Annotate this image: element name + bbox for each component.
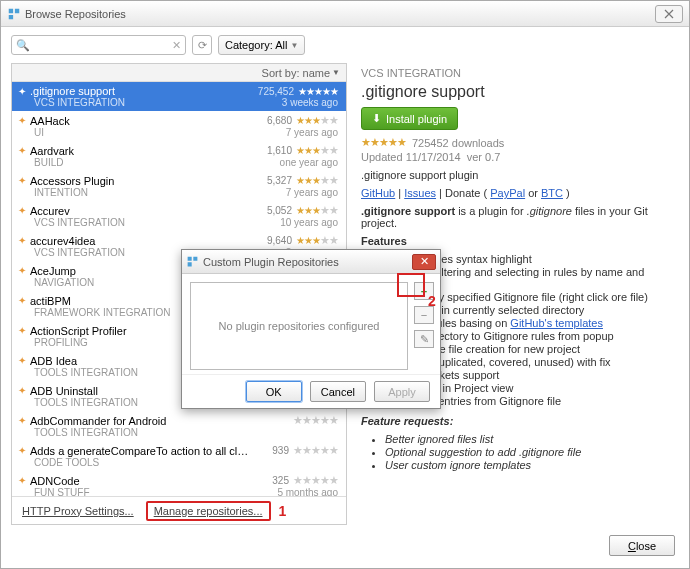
feature-request-item: User custom ignore templates bbox=[385, 459, 675, 471]
plugin-icon: ✦ bbox=[18, 86, 26, 97]
toolbar: 🔍 ✕ ⟳ Category: All ▼ bbox=[1, 27, 689, 59]
install-label: Install plugin bbox=[386, 113, 447, 125]
category-dropdown[interactable]: Category: All ▼ bbox=[218, 35, 305, 55]
intro-line: .gitignore support is a plugin for .giti… bbox=[361, 205, 675, 229]
paypal-link[interactable]: PayPal bbox=[490, 187, 525, 199]
plugin-row[interactable]: ✦AAHack6,680★★★★★UI7 years ago bbox=[12, 111, 346, 141]
detail-title: .gitignore support bbox=[361, 83, 675, 101]
cancel-button[interactable]: Cancel bbox=[310, 381, 366, 402]
plugin-stars: ★★★★★ bbox=[296, 204, 338, 217]
feature-request-item: Better ignored files list bbox=[385, 433, 675, 445]
annotation-1: 1 bbox=[279, 503, 287, 519]
http-proxy-button[interactable]: HTTP Proxy Settings... bbox=[18, 503, 138, 519]
sort-label: Sort by: name bbox=[262, 67, 330, 79]
plugin-downloads: 325 bbox=[249, 475, 289, 486]
plugin-stars: ★★★★★ bbox=[296, 174, 338, 187]
search-field[interactable]: 🔍 ✕ bbox=[11, 35, 186, 55]
plugin-age: one year ago bbox=[280, 157, 338, 168]
plugin-row[interactable]: ✦Aardvark1,610★★★★★BUILDone year ago bbox=[12, 141, 346, 171]
updated-date: Updated 11/17/2014 bbox=[361, 151, 461, 163]
issues-link[interactable]: Issues bbox=[404, 187, 436, 199]
plugin-icon: ✦ bbox=[18, 415, 26, 426]
category-label: Category: All bbox=[225, 39, 287, 51]
empty-text: No plugin repositories configured bbox=[219, 320, 380, 332]
plugin-name: Accessors Plugin bbox=[30, 175, 252, 187]
search-input[interactable] bbox=[30, 39, 172, 51]
plugin-downloads: 9,640 bbox=[252, 235, 292, 246]
plugin-icon: ✦ bbox=[18, 295, 26, 306]
plugin-category: TOOLS INTEGRATION bbox=[34, 427, 338, 438]
feature-requests-heading: Feature requests: bbox=[361, 415, 675, 427]
github-link[interactable]: GitHub bbox=[361, 187, 395, 199]
plugin-icon: ✦ bbox=[18, 265, 26, 276]
annotation-rect-2 bbox=[397, 273, 425, 297]
plugin-name: accurev4idea bbox=[30, 235, 252, 247]
annotation-2: 2 bbox=[428, 293, 436, 309]
plugin-downloads: 725,452 bbox=[254, 86, 294, 97]
plugin-icon: ✦ bbox=[18, 385, 26, 396]
app-logo-icon bbox=[7, 7, 21, 21]
close-button[interactable]: Close bbox=[609, 535, 675, 556]
plugin-row[interactable]: ✦Accessors Plugin5,327★★★★★INTENTION7 ye… bbox=[12, 171, 346, 201]
sort-arrow-icon: ▼ bbox=[332, 68, 340, 77]
plugin-stars: ★★★★★ bbox=[293, 414, 338, 427]
clear-icon[interactable]: ✕ bbox=[172, 39, 181, 52]
plugin-name: AdbCommander for Android bbox=[30, 415, 249, 427]
plugin-icon: ✦ bbox=[18, 175, 26, 186]
links-line: GitHub | Issues | Donate ( PayPal or BTC… bbox=[361, 187, 675, 199]
titlebar: Browse Repositories bbox=[1, 1, 689, 27]
gh-templates-link[interactable]: GitHub's templates bbox=[510, 317, 603, 329]
version: ver 0.7 bbox=[467, 151, 501, 163]
btc-link[interactable]: BTC bbox=[541, 187, 563, 199]
plugin-row[interactable]: ✦.gitignore support725,452★★★★★VCS INTEG… bbox=[12, 82, 346, 111]
plugin-icon: ✦ bbox=[18, 355, 26, 366]
sort-bar[interactable]: Sort by: name ▼ bbox=[12, 64, 346, 82]
apply-button[interactable]: Apply bbox=[374, 381, 430, 402]
dialog-footer: Close bbox=[609, 535, 675, 556]
detail-category: VCS INTEGRATION bbox=[361, 67, 675, 79]
reload-button[interactable]: ⟳ bbox=[192, 35, 212, 55]
dialog-titlebar: Custom Plugin Repositories ✕ bbox=[182, 250, 440, 274]
download-count: 725452 downloads bbox=[412, 137, 504, 149]
plugin-icon: ✦ bbox=[18, 325, 26, 336]
plugin-age: 10 years ago bbox=[280, 217, 338, 228]
plugin-name: Aardvark bbox=[30, 145, 252, 157]
chevron-down-icon: ▼ bbox=[290, 41, 298, 50]
plugin-name: AAHack bbox=[30, 115, 252, 127]
plugin-category: FUN STUFF bbox=[34, 487, 277, 496]
plugin-age: 7 years ago bbox=[286, 127, 338, 138]
dialog-close-button[interactable]: ✕ bbox=[412, 254, 436, 270]
plugin-row[interactable]: ✦ADNCode325★★★★★FUN STUFF5 months ago bbox=[12, 471, 346, 496]
rating-stars: ★★★★★ bbox=[361, 136, 406, 149]
plugin-downloads: 6,680 bbox=[252, 115, 292, 126]
manage-repositories-button[interactable]: Manage repositories... bbox=[150, 503, 267, 519]
feature-requests-list: Better ignored files listOptional sugges… bbox=[385, 433, 675, 471]
repos-list[interactable]: No plugin repositories configured bbox=[190, 282, 408, 370]
plugin-category: CODE TOOLS bbox=[34, 457, 338, 468]
plugin-category: VCS INTEGRATION bbox=[34, 97, 282, 108]
feature-request-item: Optional suggestion to add .gitignore fi… bbox=[385, 446, 675, 458]
meta-line-1: ★★★★★ 725452 downloads bbox=[361, 136, 675, 149]
plugin-name: Adds a generateCompareTo action to all c… bbox=[30, 445, 249, 457]
ok-button[interactable]: OK bbox=[246, 381, 302, 402]
window-title: Browse Repositories bbox=[25, 8, 126, 20]
search-icon: 🔍 bbox=[16, 39, 30, 52]
plugin-stars: ★★★★★ bbox=[296, 114, 338, 127]
plugin-icon: ✦ bbox=[18, 205, 26, 216]
plugin-stars: ★★★★★ bbox=[296, 144, 338, 157]
plugin-icon: ✦ bbox=[18, 235, 26, 246]
install-button[interactable]: ⬇ Install plugin bbox=[361, 107, 458, 130]
plugin-stars: ★★★★★ bbox=[293, 474, 338, 487]
window-close-button[interactable] bbox=[655, 5, 683, 23]
plugin-category: UI bbox=[34, 127, 286, 138]
plugin-row[interactable]: ✦Accurev5,052★★★★★VCS INTEGRATION10 year… bbox=[12, 201, 346, 231]
plugin-stars: ★★★★★ bbox=[293, 444, 338, 457]
plugin-icon: ✦ bbox=[18, 475, 26, 486]
plugin-category: VCS INTEGRATION bbox=[34, 217, 280, 228]
plugin-row[interactable]: ✦Adds a generateCompareTo action to all … bbox=[12, 441, 346, 471]
plugin-icon: ✦ bbox=[18, 445, 26, 456]
plugin-row[interactable]: ✦AdbCommander for Android★★★★★TOOLS INTE… bbox=[12, 411, 346, 441]
plugin-downloads: 5,327 bbox=[252, 175, 292, 186]
plugin-name: .gitignore support bbox=[30, 85, 254, 97]
edit-repo-button[interactable]: ✎ bbox=[414, 330, 434, 348]
